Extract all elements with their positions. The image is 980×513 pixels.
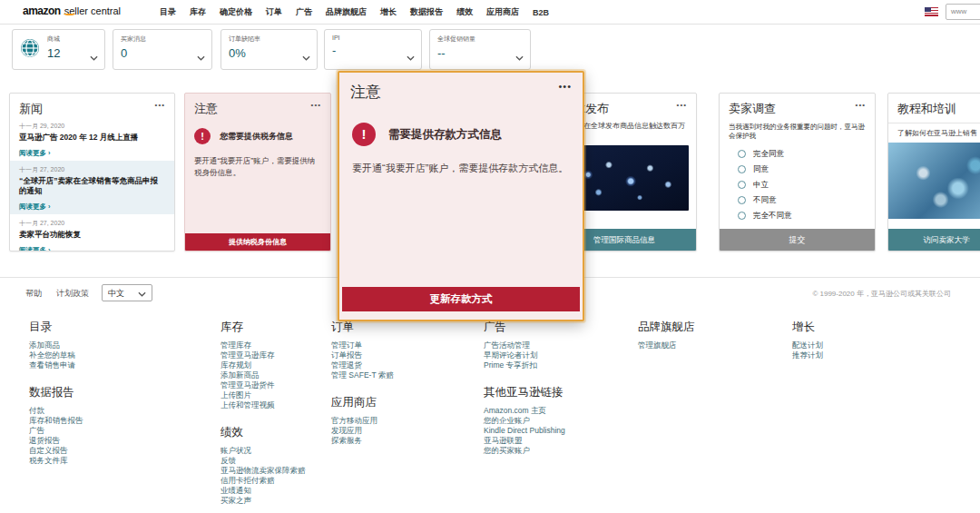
nav-item-advertising[interactable]: 广告 (296, 6, 312, 18)
amazon-logo[interactable]: amazon seller central (23, 5, 121, 17)
help-link[interactable]: 帮助 (25, 288, 42, 300)
nav-item-inventory[interactable]: 库存 (190, 6, 206, 18)
footer-group-title: 广告 (484, 320, 629, 335)
radio-icon[interactable] (738, 181, 746, 189)
nav-item-pricing[interactable]: 确定价格 (220, 6, 252, 18)
amazon-logo-text: amazon (23, 5, 61, 17)
read-more-link[interactable]: 阅读更多 › (19, 149, 51, 158)
footer-link[interactable]: 买家之声 (220, 496, 338, 506)
footer-link[interactable]: 亚马逊物流卖家保障索赔 (220, 466, 338, 476)
survey-option-disagree[interactable]: 不同意 (730, 192, 866, 208)
footer-link[interactable]: Prime 专享折扣 (484, 360, 629, 370)
footer-link[interactable]: 反馈 (220, 456, 338, 466)
provide-tax-info-button[interactable]: 提供纳税身份信息 (185, 233, 330, 251)
footer-link[interactable]: 管理订单 (331, 340, 467, 350)
footer-link[interactable]: 管理旗舰店 (638, 340, 756, 350)
footer-link[interactable]: 添加新商品 (220, 370, 338, 380)
nav-item-reports[interactable]: 数据报告 (410, 6, 443, 18)
footer-link[interactable]: 早期评论者计划 (484, 350, 629, 360)
footer-link[interactable]: 订单报告 (331, 350, 467, 360)
read-more-link[interactable]: 阅读更多 › (19, 246, 51, 252)
overflow-menu-icon[interactable]: ••• (558, 82, 572, 91)
survey-option-strongly-agree[interactable]: 完全同意 (730, 146, 866, 162)
footer-link[interactable]: 业绩通知 (220, 486, 338, 496)
overflow-menu-icon[interactable]: ••• (856, 101, 866, 110)
footer-link[interactable]: 广告 (29, 426, 192, 436)
footer-link[interactable]: 退货报告 (29, 436, 192, 446)
kpi-value: 0% (229, 46, 309, 60)
footer-link[interactable]: 管理 SAFE-T 索赔 (331, 370, 467, 380)
footer-link[interactable]: 探索服务 (331, 436, 467, 446)
footer-column: 品牌旗舰店 管理旗舰店 (638, 320, 756, 365)
footer-link[interactable]: 税务文件库 (29, 456, 192, 466)
marketplace-switcher[interactable]: www (946, 4, 980, 20)
news-date: 十一月 27, 2020 (19, 165, 165, 174)
overflow-menu-icon[interactable]: ••• (311, 101, 321, 110)
footer-link[interactable]: 推荐计划 (792, 350, 910, 360)
overflow-menu-icon[interactable]: ••• (155, 101, 165, 110)
footer-link[interactable]: Amazon.com 主页 (484, 406, 629, 416)
chevron-down-icon[interactable] (197, 55, 205, 61)
visit-seller-university-button[interactable]: 访问卖家大学 (888, 229, 980, 251)
footer-link[interactable]: 自定义报告 (29, 446, 192, 456)
footer-link[interactable]: 发现应用 (331, 426, 467, 436)
footer-link[interactable]: 官方移动应用 (331, 416, 467, 426)
footer-link[interactable]: 您的买家账户 (484, 446, 629, 456)
nav-item-growth[interactable]: 增长 (380, 6, 397, 18)
footer-link[interactable]: 配送计划 (792, 340, 910, 350)
overflow-menu-icon[interactable]: ••• (677, 101, 687, 110)
radio-icon[interactable] (738, 212, 746, 220)
footer-link[interactable]: 信用卡拒付索赔 (220, 476, 338, 486)
radio-icon[interactable] (738, 165, 746, 173)
radio-icon[interactable] (738, 196, 746, 204)
update-deposit-method-button[interactable]: 更新存款方式 (342, 287, 580, 311)
kpi-tile-global-sales[interactable]: 全球促销销量 -- (429, 29, 531, 70)
footer-link[interactable]: 付款 (29, 406, 192, 416)
language-selector[interactable]: 中文 (102, 284, 152, 301)
footer-link[interactable]: 您的企业账户 (484, 416, 629, 426)
survey-option-neutral[interactable]: 中立 (730, 177, 866, 192)
footer-link[interactable]: 查看销售申请 (29, 360, 192, 370)
footer-link[interactable]: 管理亚马逊货件 (220, 380, 338, 390)
nav-item-stores[interactable]: 品牌旗舰店 (326, 6, 367, 18)
nav-item-appstore[interactable]: 应用商店 (486, 6, 519, 18)
nav-item-performance[interactable]: 绩效 (456, 6, 473, 18)
nav-item-orders[interactable]: 订单 (266, 6, 282, 18)
kpi-tile-ipi[interactable]: IPI - (324, 29, 422, 70)
footer-link[interactable]: 管理库存 (220, 340, 338, 350)
copyright-text: © 1999-2020 年，亚马逊公司或其关联公司 (812, 289, 951, 299)
footer-link[interactable]: 库存规划 (220, 360, 338, 370)
kpi-label: 全球促销销量 (437, 35, 523, 44)
chevron-down-icon[interactable] (90, 55, 98, 61)
kpi-tile-order-defect-rate[interactable]: 订单缺陷率 0% (220, 29, 318, 70)
survey-option-agree[interactable]: 同意 (730, 162, 866, 177)
footer-group-catalog: 目录 添加商品 补全您的草稿 查看销售申请 (29, 320, 192, 370)
footer-link[interactable]: 管理亚马逊库存 (220, 350, 338, 360)
kpi-tile-marketplaces[interactable]: 商城 12 (12, 29, 105, 70)
footer-column: 目录 添加商品 补全您的草稿 查看销售申请 数据报告 付款 库存和销售报告 广告… (29, 320, 192, 480)
footer-link[interactable]: 库存和销售报告 (29, 416, 192, 426)
option-label: 完全同意 (753, 149, 784, 160)
chevron-down-icon[interactable] (515, 55, 524, 61)
survey-submit-button[interactable]: 提交 (720, 229, 875, 251)
footer-link[interactable]: 上传和管理视频 (220, 400, 338, 410)
footer-link[interactable]: 补全您的草稿 (29, 350, 192, 360)
kpi-tile-buyer-messages[interactable]: 买家消息 0 (113, 29, 212, 70)
top-nav-bar: amazon seller central 目录 库存 确定价格 订单 广告 品… (0, 0, 980, 25)
program-policies-link[interactable]: 计划政策 (56, 288, 89, 300)
chevron-down-icon[interactable] (302, 55, 310, 61)
survey-option-strongly-disagree[interactable]: 完全不同意 (730, 208, 866, 223)
nav-item-b2b[interactable]: B2B (533, 8, 549, 17)
footer-link[interactable]: Kindle Direct Publishing (484, 426, 629, 436)
footer-link[interactable]: 添加商品 (29, 340, 192, 350)
chevron-down-icon[interactable] (407, 55, 415, 61)
footer-link[interactable]: 广告活动管理 (484, 340, 629, 350)
footer-link[interactable]: 账户状况 (220, 446, 338, 456)
nav-item-catalog[interactable]: 目录 (160, 6, 176, 18)
footer-link[interactable]: 亚马逊联盟 (484, 436, 629, 446)
read-more-link[interactable]: 阅读更多 › (19, 202, 51, 212)
footer-link[interactable]: 管理退货 (331, 360, 467, 370)
radio-icon[interactable] (738, 150, 746, 158)
footer-link[interactable]: 上传图片 (220, 390, 338, 400)
footer-group-stores: 品牌旗舰店 管理旗舰店 (638, 320, 756, 350)
